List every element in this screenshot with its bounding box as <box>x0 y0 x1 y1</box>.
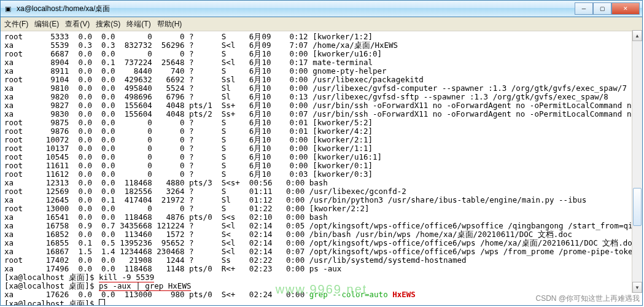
terminal-output[interactable]: root 5333 0.0 0.0 0 0 ? S 6月09 0:12 [kwo… <box>1 31 642 305</box>
process-row: xa 8904 0.0 0.1 737224 25648 ? S<l 6月10 … <box>4 58 638 67</box>
process-row: xa 12645 0.0 0.1 417404 21972 ? Sl 01:12… <box>4 196 638 204</box>
process-row: root 11612 0.0 0.0 0 0 ? S 6月10 0:03 [kw… <box>4 170 638 179</box>
process-row: xa 5539 0.3 0.3 832732 56296 ? S<l 6月09 … <box>4 41 638 50</box>
process-row: xa 16541 0.0 0.0 118468 4876 pts/0 S<s 0… <box>4 213 638 222</box>
process-row: root 17402 0.0 0.0 21908 1244 ? Ss 02:22… <box>4 256 638 265</box>
process-row: xa 16758 0.9 0.7 3435668 121224 ? S<l 02… <box>4 222 638 230</box>
process-row: root 6687 0.0 0.0 0 0 ? S 6月10 0:00 [kwo… <box>4 50 638 58</box>
scroll-up-button[interactable]: ▲ <box>632 30 642 41</box>
window-title: xa@localhost:/home/xa/桌面 <box>17 4 575 14</box>
process-row: xa 17496 0.0 0.0 118468 1148 pts/0 R<+ 0… <box>4 265 638 273</box>
prompt-line: [xa@localhost 桌面]$ ps -aux | grep HxEWS <box>4 282 638 290</box>
process-row: root 9875 0.0 0.0 0 0 ? S 6月10 0:01 [kwo… <box>4 119 638 127</box>
menu-edit[interactable]: 编辑(E) <box>34 19 59 29</box>
cursor <box>99 299 105 305</box>
process-row: root 11611 0.0 0.0 0 0 ? S 6月10 0:00 [kw… <box>4 161 638 170</box>
process-row: root 10137 0.0 0.0 0 0 ? S 6月10 0:00 [kw… <box>4 144 638 153</box>
titlebar[interactable]: ▣ xa@localhost:/home/xa/桌面 ─ ▢ ✕ <box>1 1 642 17</box>
process-row: xa 12313 0.0 0.0 118468 4880 pts/3 S<s+ … <box>4 179 638 187</box>
process-row: xa 16867 1.5 1.4 1234468 230468 ? S<l 02… <box>4 247 638 256</box>
vertical-scrollbar[interactable]: ▲ ▼ <box>632 30 642 293</box>
process-row: root 10545 0.0 0.0 0 0 ? S 6月10 0:00 [kw… <box>4 153 638 161</box>
process-row: root 12569 0.0 0.0 182556 3264 ? S 01:11… <box>4 187 638 196</box>
footer-credit: CSDN @你可知这世上再难遇我 <box>535 293 640 304</box>
process-row: xa 16852 0.0 0.0 113460 1572 ? S< 02:14 … <box>4 230 638 239</box>
process-row: xa 9830 0.0 0.0 155604 4048 pts/2 Ss+ 6月… <box>4 110 638 119</box>
maximize-button[interactable]: ▢ <box>593 2 611 15</box>
window-controls: ─ ▢ ✕ <box>575 2 640 15</box>
process-row: xa 9810 0.0 0.0 495840 5524 ? Sl 6月10 0:… <box>4 84 638 93</box>
app-icon: ▣ <box>3 4 13 14</box>
scroll-down-button[interactable]: ▼ <box>632 282 642 293</box>
menu-help[interactable]: 帮助(H) <box>157 19 182 29</box>
close-button[interactable]: ✕ <box>611 2 640 15</box>
process-row: root 5333 0.0 0.0 0 0 ? S 6月09 0:12 [kwo… <box>4 33 638 41</box>
menu-view[interactable]: 查看(V) <box>65 19 90 29</box>
prompt-line: [xa@localhost 桌面]$ kill -9 5539 <box>4 273 638 282</box>
menu-file[interactable]: 文件(F) <box>4 19 28 29</box>
process-row: xa 16855 0.1 0.5 1395236 95652 ? S<l 02:… <box>4 239 638 247</box>
process-row: root 13000 0.0 0.0 0 0 ? S 01:22 0:00 [k… <box>4 204 638 213</box>
process-row: root 9876 0.0 0.0 0 0 ? S 6月10 0:01 [kwo… <box>4 127 638 136</box>
minimize-button[interactable]: ─ <box>575 2 593 15</box>
scroll-thumb[interactable] <box>633 188 642 226</box>
menu-search[interactable]: 搜索(S) <box>96 19 120 29</box>
process-row: xa 8911 0.0 0.0 8440 740 ? S 6月10 0:00 g… <box>4 67 638 76</box>
process-row: xa 9820 0.0 0.0 498696 6796 ? Sl 6月10 0:… <box>4 93 638 101</box>
process-row: root 10072 0.0 0.0 0 0 ? S 6月10 0:00 [kw… <box>4 136 638 144</box>
menu-terminal[interactable]: 终端(T) <box>126 19 150 29</box>
process-row: root 9104 0.0 0.0 429632 6692 ? Ssl 6月10… <box>4 76 638 84</box>
process-row: xa 9827 0.0 0.0 155604 4048 pts/1 Ss+ 6月… <box>4 101 638 110</box>
menubar: 文件(F) 编辑(E) 查看(V) 搜索(S) 终端(T) 帮助(H) <box>1 17 642 31</box>
terminal-window: ▣ xa@localhost:/home/xa/桌面 ─ ▢ ✕ 文件(F) 编… <box>0 0 643 306</box>
